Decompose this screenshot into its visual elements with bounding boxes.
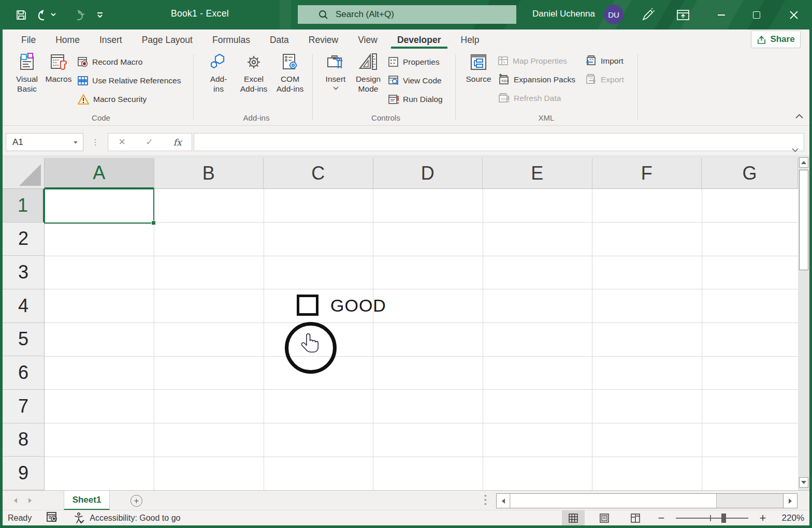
tab-developer[interactable]: Developer [387, 30, 451, 50]
horizontal-splitter[interactable]: ▪▪▪ [484, 494, 487, 506]
worksheet-cells[interactable] [45, 189, 798, 490]
formula-input[interactable] [194, 133, 804, 151]
horizontal-scrollbar[interactable] [496, 493, 784, 508]
select-all-corner[interactable] [3, 158, 45, 189]
search-input[interactable]: Search (Alt+Q) [298, 5, 516, 24]
properties-button[interactable]: Properties [388, 54, 440, 70]
horizontal-scrollbar-thumb[interactable] [511, 494, 717, 508]
save-icon[interactable] [13, 7, 29, 23]
laser-pen-icon[interactable] [636, 0, 660, 30]
excel-add-ins-button[interactable]: Excel Add-ins [237, 53, 271, 94]
design-mode-button[interactable]: Design Mode [353, 53, 384, 94]
share-icon [757, 35, 766, 45]
column-header-e[interactable]: E [483, 158, 592, 189]
export-icon: <o> [585, 74, 597, 86]
fill-handle[interactable] [151, 221, 156, 225]
tab-page-layout[interactable]: Page Layout [132, 30, 202, 50]
sheet-tab-sheet1[interactable]: Sheet1 [64, 491, 110, 510]
com-add-ins-button[interactable]: COM Add-ins [273, 53, 307, 94]
row-header-8[interactable]: 8 [3, 423, 45, 457]
row-header-3[interactable]: 3 [3, 256, 45, 289]
expansion-packs-button[interactable]: <o> Expansion Packs [498, 72, 575, 87]
prev-sheet-icon[interactable] [14, 498, 17, 503]
name-box-dropdown-icon[interactable] [74, 141, 78, 144]
page-break-preview-button[interactable] [624, 510, 647, 526]
column-header-b[interactable]: B [154, 158, 264, 189]
new-sheet-button[interactable]: + [130, 495, 142, 507]
zoom-slider[interactable] [676, 510, 748, 526]
insert-control-button[interactable]: Insert [322, 53, 350, 90]
tab-file[interactable]: File [11, 30, 46, 50]
zoom-level[interactable]: 220% [777, 513, 804, 523]
tab-formulas[interactable]: Formulas [202, 30, 260, 50]
customize-qat-icon[interactable] [92, 7, 108, 23]
row-header-1[interactable]: 1 [3, 189, 45, 223]
add-ins-button[interactable]: Add- ins [205, 53, 233, 94]
row-header-9[interactable]: 9 [3, 457, 45, 490]
avatar[interactable]: DU [604, 5, 624, 24]
tab-view[interactable]: View [348, 30, 387, 50]
add-ins-group-label: Add-ins [220, 113, 293, 122]
tab-review[interactable]: Review [299, 30, 348, 50]
zoom-slider-track [676, 518, 748, 519]
column-header-d[interactable]: D [373, 158, 483, 189]
insert-control-label: Insert [326, 74, 346, 84]
row-header-7[interactable]: 7 [3, 390, 45, 423]
xml-group-label: XML [510, 113, 583, 122]
view-code-button[interactable]: View Code [388, 73, 442, 89]
form-checkbox[interactable] [297, 295, 318, 316]
record-macro-button[interactable]: Record Macro [77, 54, 142, 70]
tab-home[interactable]: Home [46, 30, 90, 50]
cancel-icon[interactable]: ✕ [118, 137, 125, 148]
accessibility-status[interactable]: Accessibility: Good to go [73, 512, 180, 524]
scroll-up-button[interactable] [799, 157, 808, 168]
normal-view-button[interactable] [562, 510, 585, 526]
column-header-c[interactable]: C [264, 158, 373, 189]
undo-icon[interactable] [36, 7, 57, 23]
page-layout-view-button[interactable] [593, 510, 616, 526]
zoom-in-button[interactable]: + [757, 511, 769, 525]
insert-function-icon[interactable]: fx [173, 137, 182, 148]
formula-bar-splitter[interactable]: ⋮ [91, 133, 99, 151]
export-button: <o> Export [585, 72, 624, 87]
svg-text:<>: <> [589, 57, 593, 62]
use-relative-references-button[interactable]: Use Relative References [77, 73, 181, 89]
visual-basic-button[interactable]: Visual Basic [12, 53, 42, 94]
vertical-scrollbar-thumb[interactable] [799, 170, 808, 270]
row-header-4[interactable]: 4 [3, 289, 45, 323]
macro-security-button[interactable]: Macro Security [77, 92, 147, 107]
row-header-6[interactable]: 6 [3, 356, 45, 390]
status-bar: Ready Accessibility: Good to go − [3, 510, 809, 525]
close-button[interactable] [782, 0, 806, 30]
row-header-2[interactable]: 2 [3, 223, 45, 256]
column-header-g[interactable]: G [702, 158, 798, 189]
vertical-scrollbar[interactable] [798, 155, 809, 490]
column-header-f[interactable]: F [592, 158, 702, 189]
zoom-out-button[interactable]: − [655, 511, 668, 525]
maximize-button[interactable] [745, 0, 769, 30]
svg-text:<o>: <o> [501, 97, 509, 101]
scroll-down-button[interactable] [799, 477, 808, 488]
import-button[interactable]: <> Import [585, 53, 624, 69]
row-header-5[interactable]: 5 [3, 323, 45, 357]
tab-help[interactable]: Help [451, 30, 489, 50]
refresh-data-button: <o> Refresh Data [498, 91, 561, 106]
share-button[interactable]: Share [751, 31, 801, 48]
name-box[interactable]: A1 [6, 133, 83, 151]
column-header-a[interactable]: A [45, 158, 154, 189]
minimize-button[interactable] [709, 0, 733, 30]
zoom-slider-handle[interactable] [721, 514, 726, 523]
scroll-right-button[interactable] [783, 493, 798, 508]
macros-button[interactable]: Macros [45, 53, 72, 84]
tab-data[interactable]: Data [260, 30, 299, 50]
enter-icon[interactable]: ✓ [146, 137, 153, 148]
source-button[interactable]: Source [463, 53, 494, 84]
next-sheet-icon[interactable] [28, 498, 32, 503]
run-dialog-button[interactable]: Run Dialog [388, 92, 443, 107]
scroll-left-button[interactable] [497, 494, 510, 508]
macro-record-icon[interactable] [46, 511, 59, 525]
ribbon-display-options-icon[interactable] [671, 0, 695, 30]
expand-formula-bar-icon[interactable] [792, 146, 799, 154]
collapse-ribbon-icon[interactable] [795, 112, 803, 120]
tab-insert[interactable]: Insert [90, 30, 132, 50]
